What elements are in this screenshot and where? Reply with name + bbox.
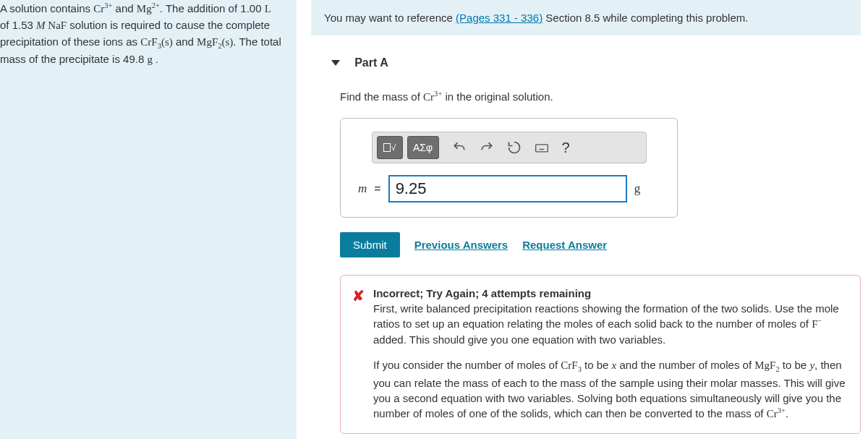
feedback-box: ✘ Incorrect; Try Again; 4 attempts remai… — [340, 275, 861, 434]
answer-box: √ ΑΣφ ? m = — [340, 118, 678, 218]
incorrect-icon: ✘ — [352, 286, 365, 422]
redo-button[interactable] — [480, 140, 494, 155]
equals-label: = — [374, 182, 380, 195]
request-answer-link[interactable]: Request Answer — [522, 239, 607, 251]
part-header[interactable]: Part A — [311, 56, 861, 69]
problem-text: A solution contains — [0, 2, 93, 14]
keyboard-icon — [535, 140, 549, 155]
submit-button[interactable]: Submit — [340, 232, 400, 257]
greek-button[interactable]: ΑΣφ — [407, 136, 439, 159]
undo-button[interactable] — [452, 140, 467, 155]
equation-toolbar: √ ΑΣφ ? — [372, 132, 647, 163]
reference-bar: You may want to reference (Pages 331 - 3… — [311, 0, 861, 35]
reset-icon — [507, 140, 522, 155]
reset-button[interactable] — [507, 140, 522, 155]
templates-button[interactable]: √ — [377, 136, 403, 159]
svg-rect-0 — [535, 145, 548, 152]
part-title: Part A — [354, 56, 388, 69]
undo-icon — [452, 140, 467, 155]
answer-input[interactable] — [388, 175, 627, 203]
chevron-down-icon — [331, 60, 340, 66]
variable-label: m — [358, 182, 367, 196]
redo-icon — [480, 140, 494, 155]
reference-link[interactable]: (Pages 331 - 336) — [456, 12, 542, 24]
part-prompt: Find the mass of Cr3+ in the original so… — [340, 90, 861, 103]
problem-statement: A solution contains Cr3+ and Mg2+. The a… — [0, 0, 297, 439]
help-button[interactable]: ? — [562, 140, 570, 156]
feedback-heading: Incorrect; Try Again; 4 attempts remaini… — [373, 287, 591, 299]
keyboard-button[interactable] — [535, 140, 549, 155]
previous-answers-link[interactable]: Previous Answers — [414, 239, 509, 251]
unit-label: g — [634, 182, 641, 196]
